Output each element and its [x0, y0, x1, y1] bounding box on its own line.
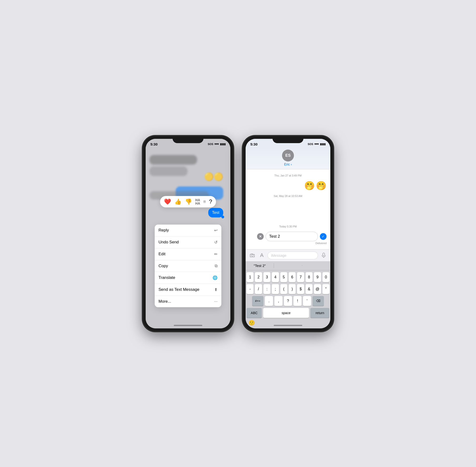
react-heart[interactable]: ❤️	[164, 198, 171, 205]
editing-row: ✕ Test 2 ✓	[250, 232, 326, 241]
keyboard-row-3: #+= . , ? ! ' ⌫	[247, 296, 329, 306]
key-space[interactable]: space	[263, 308, 309, 318]
key-slash[interactable]: /	[255, 284, 262, 294]
translate-icon: 🌐	[213, 275, 217, 280]
key-delete[interactable]: ⌫	[313, 296, 324, 306]
key-dollar[interactable]: $	[297, 284, 304, 294]
key-hashtag[interactable]: #+=	[252, 296, 263, 306]
key-8[interactable]: 8	[306, 272, 313, 282]
react-haha[interactable]: HAHA	[195, 198, 200, 205]
predictive-word-3[interactable]	[302, 265, 330, 266]
key-at[interactable]: @	[314, 284, 321, 294]
timestamp-second: Sat, May 28 at 10:53 AM	[250, 195, 326, 197]
key-comma[interactable]: ,	[275, 296, 283, 306]
status-icons: SOS ▾▾▾ ▮▮▮▮	[208, 143, 226, 146]
key-return[interactable]: return	[310, 308, 329, 318]
menu-translate-label: Translate	[159, 275, 175, 280]
keyboard-row-numbers: 1 2 3 4 5 6 7 8 9 0	[247, 272, 329, 282]
reaction-bar[interactable]: ❤️ 👍 👎 HAHA !! ?	[160, 196, 216, 208]
more-icon: ···	[214, 299, 217, 304]
key-open-paren[interactable]: (	[280, 284, 287, 294]
menu-copy-label: Copy	[159, 264, 168, 268]
message-input[interactable]: iMessage	[267, 251, 318, 259]
confirm-edit-button[interactable]: ✓	[320, 233, 326, 240]
camera-button[interactable]	[249, 251, 256, 259]
key-exclaim[interactable]: !	[293, 296, 301, 306]
left-phone: 5:30 SOS ▾▾▾ ▮▮▮▮ 🟡🟡 ❤️ 👍 👎 HAHA	[143, 136, 233, 331]
menu-undo-send[interactable]: Undo Send ↺	[155, 236, 221, 248]
menu-edit[interactable]: Edit ✏	[155, 248, 221, 260]
test-bubble: Test	[208, 208, 223, 217]
emoji-1: 🤭	[304, 181, 315, 191]
react-thumbsup[interactable]: 👍	[175, 198, 182, 205]
menu-edit-label: Edit	[159, 252, 165, 257]
react-question[interactable]: ?	[209, 198, 212, 205]
contact-name[interactable]: Eric	[250, 162, 326, 166]
menu-copy[interactable]: Copy ⧉	[155, 260, 221, 272]
react-exclaim[interactable]: !!	[203, 200, 206, 203]
key-abc[interactable]: ABC	[247, 308, 262, 318]
key-1[interactable]: 1	[247, 272, 253, 282]
send-text-icon: ⬆	[214, 287, 217, 292]
cancel-edit-button[interactable]: ✕	[257, 233, 264, 240]
key-ampersand[interactable]: &	[306, 284, 313, 294]
input-bar: A iMessage	[246, 249, 330, 261]
left-screen: 5:30 SOS ▾▾▾ ▮▮▮▮ 🟡🟡 ❤️ 👍 👎 HAHA	[146, 139, 230, 328]
key-2[interactable]: 2	[255, 272, 262, 282]
timestamp-first: Thu, Jan 27 at 3:49 PM	[250, 174, 326, 177]
key-9[interactable]: 9	[314, 272, 321, 282]
bg-bubble-received-2	[150, 167, 188, 176]
predictive-word-2[interactable]	[274, 265, 302, 266]
menu-translate[interactable]: Translate 🌐	[155, 272, 221, 284]
svg-point-0	[251, 254, 253, 256]
input-placeholder: iMessage	[271, 253, 286, 258]
edit-message-bubble[interactable]: Test 2	[266, 232, 318, 241]
keyboard-bottom-bar: 🙂	[247, 320, 329, 327]
right-battery-icon: ▮▮▮▮	[320, 143, 326, 146]
edit-icon: ✏	[214, 252, 217, 257]
react-thumbsdown[interactable]: 👎	[185, 198, 192, 205]
emoji-2: 🤭	[316, 181, 326, 191]
keyboard-row-symbols: - / : ; ( ) $ & @ "	[247, 284, 329, 294]
sos-indicator: SOS	[208, 143, 213, 145]
bg-bubble-received	[150, 155, 197, 165]
reply-icon: ↩	[214, 228, 217, 233]
menu-send-as-text[interactable]: Send as Text Message ⬆	[155, 284, 221, 296]
key-7[interactable]: 7	[297, 272, 304, 282]
mic-button[interactable]	[320, 251, 327, 259]
menu-more[interactable]: More... ···	[155, 296, 221, 307]
key-0[interactable]: 0	[323, 272, 329, 282]
contact-avatar: ES	[282, 150, 294, 161]
key-3[interactable]: 3	[263, 272, 270, 282]
key-dash[interactable]: -	[247, 284, 253, 294]
key-close-paren[interactable]: )	[289, 284, 296, 294]
wifi-icon: ▾▾▾	[214, 143, 219, 146]
key-quote[interactable]: "	[323, 284, 329, 294]
message-area: Thu, Jan 27 at 3:49 PM 🤭 🤭 Sat, May 28 a…	[246, 169, 330, 249]
key-question[interactable]: ?	[284, 296, 292, 306]
predictive-text-bar[interactable]: "Test 2"	[246, 261, 330, 270]
key-period[interactable]: .	[265, 296, 273, 306]
right-status-icons: SOS ▾▾▾ ▮▮▮▮	[308, 143, 326, 146]
menu-undo-label: Undo Send	[159, 240, 179, 245]
key-apostrophe[interactable]: '	[303, 296, 311, 306]
key-4[interactable]: 4	[272, 272, 279, 282]
right-time-display: 5:30	[250, 142, 258, 146]
predictive-word-1[interactable]: "Test 2"	[246, 263, 274, 268]
battery-icon: ▮▮▮▮	[220, 143, 226, 146]
emoji-keyboard-button[interactable]: 🙂	[249, 320, 255, 326]
notch	[173, 136, 203, 143]
menu-reply[interactable]: Reply ↩	[155, 225, 221, 236]
undo-icon: ↺	[214, 240, 217, 245]
menu-send-text-label: Send as Text Message	[159, 287, 200, 292]
contact-header[interactable]: ES Eric	[246, 147, 330, 169]
svg-rect-1	[323, 253, 325, 256]
key-6[interactable]: 6	[289, 272, 296, 282]
context-menu: Reply ↩ Undo Send ↺ Edit ✏ Copy ⧉ Transl…	[155, 225, 221, 307]
key-colon[interactable]: :	[263, 284, 270, 294]
copy-icon: ⧉	[215, 264, 217, 268]
bg-emoji: 🟡🟡	[204, 172, 223, 181]
key-5[interactable]: 5	[280, 272, 287, 282]
effects-button[interactable]: A	[258, 251, 266, 259]
key-semicolon[interactable]: ;	[272, 284, 279, 294]
